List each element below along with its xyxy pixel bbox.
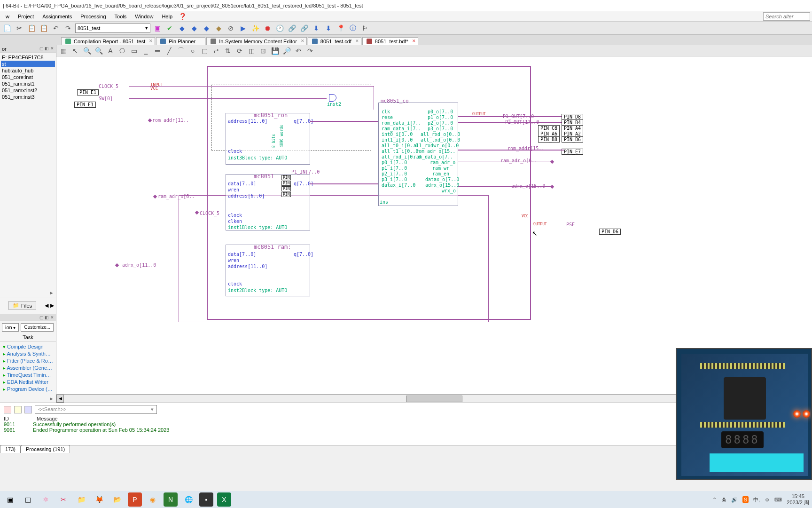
find-icon[interactable]: 🔎 [281,46,292,56]
play-icon[interactable]: ▶ [238,23,248,33]
customize-button[interactable]: Customize... [21,323,54,332]
menu-help[interactable]: Help [158,13,176,20]
new-icon[interactable]: 📄 [2,23,12,33]
arc-icon[interactable]: ⌒ [176,46,186,56]
excel-icon[interactable]: X [217,492,231,507]
clock-icon[interactable]: 🕐 [274,23,285,33]
emoji-icon[interactable]: ☺ [765,497,770,502]
rect-icon[interactable]: ▢ [199,46,210,56]
record-icon[interactable]: ⏺ [262,23,273,33]
copy-icon[interactable]: 📋 [26,23,37,33]
app-icon[interactable]: 🌐 [181,492,195,507]
close-icon[interactable]: ✕ [301,39,304,43]
down2-icon[interactable]: ⬇ [323,23,334,33]
menu-view[interactable]: w [2,13,13,20]
down1-icon[interactable]: ⬇ [311,23,321,33]
status-tab-processing[interactable]: Processing (191) [21,445,70,453]
analysis-icon[interactable]: ✔ [164,23,175,33]
task-compile[interactable]: Compile Design [2,343,54,350]
app-icon[interactable]: ◉ [146,492,160,507]
cut-icon[interactable]: ✂ [14,23,24,33]
not-gate[interactable] [329,94,336,102]
device-node[interactable]: E: EP4CE6F17C8 [1,54,55,61]
pin-d6[interactable]: PIN_D6 [599,229,621,235]
pin-small[interactable]: PIN [281,181,291,186]
ime-mode[interactable]: 中, [753,496,760,503]
close-icon[interactable]: ✕ [149,39,153,43]
pin-small[interactable]: PIN [281,186,291,191]
line-icon[interactable]: ╱ [164,46,174,56]
task-eda[interactable]: EDA Netlist Writer [2,379,54,386]
warning-filter-icon[interactable] [14,406,22,413]
scroll-left-icon[interactable]: ◀ [56,395,64,403]
tab-bdf[interactable]: 8051_test.bdf*✕ [362,37,418,45]
flip-v-icon[interactable]: ⇅ [223,46,233,56]
tree-item[interactable]: 051_ram:inst1 [1,80,55,87]
tab-memory-editor[interactable]: In-System Memory Content Editor✕ [206,37,307,45]
ime-icon[interactable]: S [742,496,749,503]
root-instance[interactable]: st [1,61,55,67]
oval-icon[interactable]: ○ [187,46,198,56]
tab-compilation-report[interactable]: Compilation Report - 8051_test✕ [61,37,155,45]
panel-controls[interactable]: ▢ ◧ ✕ [39,46,54,52]
undo2-icon[interactable]: ↶ [293,46,304,56]
flag-icon[interactable]: 🏳 [360,23,370,33]
zoom-in-icon[interactable]: 🔍 [82,46,92,56]
expand-icon[interactable]: ▸ [0,395,56,403]
task-assembler[interactable]: Assembler (Generate pr [2,365,54,372]
partial-icon[interactable]: ⊡ [258,46,268,56]
volume-icon[interactable]: 🔊 [731,497,738,503]
keyboard-icon[interactable]: ⌨ [774,497,782,503]
link1-icon[interactable]: 🔗 [287,23,297,33]
prev-icon[interactable]: ◀ [45,302,48,309]
menu-tools[interactable]: Tools [111,13,131,20]
app-icon[interactable]: N [164,492,178,507]
cursor-icon[interactable]: ↖ [70,46,80,56]
tab-cdf[interactable]: 8051_test.cdf✕ [308,37,361,45]
pin-small[interactable]: PIN [281,175,291,180]
task-program[interactable]: Program Device (Open Pro [2,386,54,393]
info-icon[interactable]: ⓘ [348,23,358,33]
link2-icon[interactable]: 🔗 [299,23,309,33]
folder-icon[interactable]: 📂 [110,492,124,507]
flip-h-icon[interactable]: ⇄ [211,46,221,56]
pin[interactable]: PIN_B6 [562,136,583,143]
files-button[interactable]: 📁 Files [8,301,36,310]
wire-icon[interactable]: ⎯ [141,46,151,56]
status-tab[interactable]: 173) [0,445,21,453]
menu-processing[interactable]: Processing [77,13,109,20]
clock[interactable]: 15:45 2023/2 周 [787,493,809,506]
firefox-icon[interactable]: 🦊 [92,492,106,507]
info-filter-icon[interactable] [24,406,32,413]
menu-window[interactable]: Window [131,13,157,20]
panel-controls[interactable]: ▢ ◧ ✕ [39,315,54,320]
close-icon[interactable]: ✕ [355,39,359,43]
bus-icon[interactable]: ═ [152,46,163,56]
schematic-canvas[interactable]: CLOCK_5 SW[0] PIN_E1 PIN_E1 INPUT VCC in… [56,56,812,394]
task-fitter[interactable]: Fitter (Place & Route) [2,357,54,365]
pin-icon[interactable]: 📍 [336,23,346,33]
help-icon[interactable]: ❓ [177,11,187,22]
rotate-icon[interactable]: ⟳ [234,46,245,56]
project-combo[interactable]: 8051_test▾ [75,24,150,33]
taskview-icon[interactable]: ▣ [3,492,17,507]
tree-item[interactable]: 051_core:inst [1,74,55,80]
undo-icon[interactable]: ↶ [51,23,61,33]
terminal-icon[interactable]: ▪ [199,492,213,507]
zoom-out-icon[interactable]: 🔍 [94,46,104,56]
save-icon[interactable]: 💾 [270,46,280,56]
fitter-icon[interactable]: ◆ [177,23,187,33]
tree-item[interactable]: 051_ramx:inst2 [1,87,55,94]
task-timing[interactable]: TimeQuest Timing Anal [2,372,54,379]
redo2-icon[interactable]: ↷ [305,46,315,56]
assembler-icon[interactable]: ◆ [189,23,199,33]
tree-item[interactable]: 051_rom:inst3 [1,94,55,100]
stop-icon[interactable]: ⊘ [226,23,236,33]
app-icon[interactable]: ✂ [56,492,70,507]
message-search[interactable]: <<Search>> ▾ [35,405,157,414]
close-icon[interactable]: ✕ [412,39,416,43]
wand-icon[interactable]: ✨ [250,23,260,33]
tab-pin-planner[interactable]: Pin Planner [156,37,205,45]
explorer-icon[interactable]: 📁 [74,492,88,507]
tool-icon[interactable]: ▦ [58,46,69,56]
